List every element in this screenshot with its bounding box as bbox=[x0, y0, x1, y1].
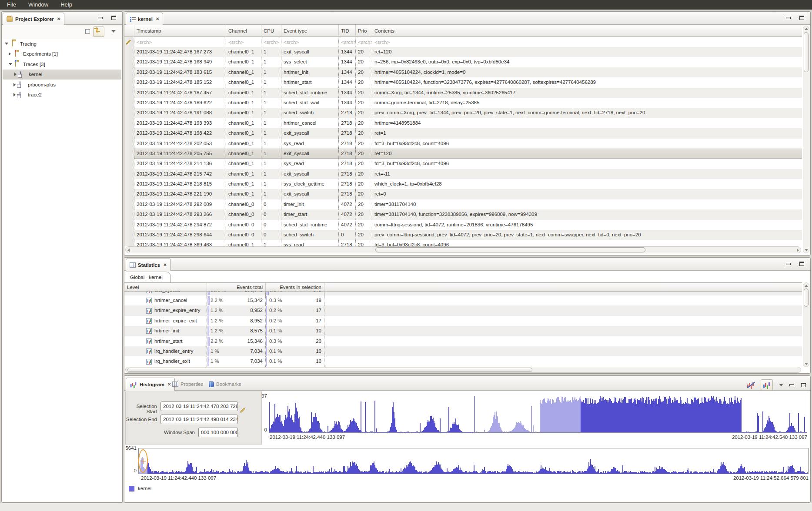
close-icon[interactable]: ✕ bbox=[163, 262, 167, 267]
maximize-icon[interactable] bbox=[799, 262, 804, 266]
column-header-channel[interactable]: Channel bbox=[226, 25, 261, 36]
menu-item[interactable]: Help bbox=[54, 0, 78, 10]
expander-icon[interactable] bbox=[9, 63, 12, 65]
statistics-row[interactable]: irq_handler_exit 1 %7,034 0.1 %10 bbox=[124, 356, 802, 366]
event-row[interactable]: 2012-03-19 11:24:42.478 191 088 channel0… bbox=[124, 108, 802, 118]
menu-item[interactable]: Window bbox=[22, 0, 54, 10]
event-row[interactable]: 2012-03-19 11:24:42.478 187 457 channel0… bbox=[124, 88, 802, 98]
statistics-row[interactable]: hrtimer_init 1.2 %8,575 0.1 %10 bbox=[124, 326, 802, 336]
event-row[interactable]: 2012-03-19 11:24:42.478 218 815 channel0… bbox=[124, 179, 802, 189]
filter-input-contents[interactable]: <srch> bbox=[372, 37, 802, 47]
filter-input-tid[interactable]: <srch> bbox=[339, 37, 356, 47]
event-row[interactable]: 2012-03-19 11:24:42.478 292 009 channel0… bbox=[124, 199, 802, 209]
maximize-icon[interactable] bbox=[801, 383, 806, 387]
expander-icon[interactable] bbox=[14, 73, 17, 76]
tree-item-traces[interactable]: Traces [3] bbox=[2, 59, 122, 69]
view-menu-icon[interactable] bbox=[111, 30, 116, 33]
statistics-vertical-scrollbar[interactable] bbox=[803, 282, 809, 367]
column-header-prio[interactable]: Prio bbox=[356, 25, 372, 36]
tab-project-explorer[interactable]: Project Explorer ✕ bbox=[3, 13, 64, 25]
statistics-row[interactable]: hrtimer_expire_exit 1.2 %8,952 0.2 %17 bbox=[124, 316, 802, 326]
tree-item-trace2[interactable]: trace2 bbox=[2, 90, 122, 100]
tab-bookmarks[interactable]: Bookmarks bbox=[205, 378, 245, 391]
column-header-contents[interactable]: Contents bbox=[372, 25, 802, 36]
tab-statistics[interactable]: Statistics ✕ bbox=[126, 259, 171, 271]
zoom-histogram-chart[interactable] bbox=[269, 396, 807, 433]
tree-item-prboom-plus[interactable]: prboom-plus bbox=[2, 80, 122, 90]
window-span-field[interactable]: 000.100 000 000 bbox=[198, 428, 238, 437]
activate-trace-coloring-button[interactable] bbox=[761, 379, 773, 391]
statistics-row-partial[interactable]: exit_syscall 39.9 %275,743 6.1 %343 bbox=[124, 292, 802, 295]
event-row[interactable]: 2012-03-19 11:24:42.478 167 273 channel0… bbox=[124, 47, 802, 57]
scroll-down-icon[interactable] bbox=[805, 363, 808, 365]
event-row[interactable]: 2012-03-19 11:24:42.478 193 393 channel0… bbox=[124, 118, 802, 128]
scroll-up-icon[interactable] bbox=[805, 28, 808, 30]
scroll-down-icon[interactable] bbox=[805, 249, 808, 251]
link-with-editor-icon[interactable] bbox=[93, 27, 104, 37]
event-row[interactable]: 2012-03-19 11:24:42.478 369 463 channel0… bbox=[124, 240, 802, 246]
selection-end-field[interactable]: 2012-03-19 11:24:42.498 014 234 bbox=[160, 415, 238, 424]
filter-input-channel[interactable]: <srch> bbox=[226, 37, 261, 47]
event-row[interactable]: 2012-03-19 11:24:42.478 214 136 channel0… bbox=[124, 159, 802, 169]
scroll-up-icon[interactable] bbox=[805, 285, 808, 287]
view-menu-icon[interactable] bbox=[779, 384, 783, 386]
menu-item[interactable]: File bbox=[1, 0, 22, 10]
tab-kernel-editor[interactable]: kernel ✕ bbox=[126, 13, 163, 25]
event-row[interactable]: 2012-03-19 11:24:42.478 183 615 channel0… bbox=[124, 67, 802, 77]
statistics-row[interactable]: hrtimer_cancel 2.2 %15,342 0.3 %19 bbox=[124, 295, 802, 305]
column-header-events-in-selection[interactable]: Events in selection bbox=[266, 283, 324, 291]
scroll-right-icon[interactable] bbox=[797, 249, 799, 252]
events-vertical-scrollbar[interactable] bbox=[803, 26, 809, 253]
event-row[interactable]: 2012-03-19 11:24:42.478 293 266 channel0… bbox=[124, 209, 802, 219]
minimize-icon[interactable] bbox=[789, 384, 794, 386]
hide-lost-events-icon[interactable] bbox=[747, 382, 755, 388]
tab-histogram[interactable]: Histogram ✕ bbox=[126, 378, 175, 391]
tree-item-experiments[interactable]: Experiments [1] bbox=[2, 49, 122, 59]
column-header-level[interactable]: Level bbox=[124, 283, 207, 291]
scrollbar-thumb[interactable] bbox=[127, 368, 532, 372]
event-row[interactable]: 2012-03-19 11:24:42.478 185 152 channel0… bbox=[124, 77, 802, 87]
scrollbar-thumb[interactable] bbox=[375, 247, 645, 252]
collapse-all-icon[interactable] bbox=[84, 28, 90, 33]
filter-input-event-type[interactable]: <srch> bbox=[281, 37, 339, 47]
expander-icon[interactable] bbox=[13, 83, 16, 86]
event-row[interactable]: 2012-03-19 11:24:42.478 294 872 channel0… bbox=[124, 220, 802, 230]
column-header-timestamp[interactable]: Timestamp bbox=[134, 25, 226, 36]
close-icon[interactable]: ✕ bbox=[156, 17, 159, 21]
maximize-icon[interactable] bbox=[111, 16, 116, 20]
full-histogram-chart[interactable] bbox=[138, 448, 809, 474]
statistics-horizontal-scrollbar[interactable] bbox=[125, 367, 801, 373]
event-row[interactable]: 2012-03-19 11:24:42.478 221 190 channel0… bbox=[124, 189, 802, 199]
filter-input-prio[interactable]: <srch> bbox=[356, 37, 372, 47]
statistics-row[interactable]: hrtimer_start 2.2 %15,346 0.3 %20 bbox=[124, 336, 802, 346]
statistics-row[interactable]: hrtimer_expire_entry 1.2 %8,952 0.2 %17 bbox=[124, 305, 802, 315]
close-icon[interactable]: ✕ bbox=[57, 17, 60, 21]
event-row[interactable]: 2012-03-19 11:24:42.478 215 742 channel0… bbox=[124, 169, 802, 179]
scrollbar-thumb[interactable] bbox=[804, 289, 809, 307]
tree-item-tracing[interactable]: Tracing bbox=[2, 39, 122, 49]
scroll-left-icon[interactable] bbox=[127, 249, 130, 252]
expander-icon[interactable] bbox=[13, 93, 16, 96]
selection-start-field[interactable]: 2012-03-19 11:24:42.478 203 726 bbox=[160, 402, 238, 411]
scrollbar-thumb[interactable] bbox=[804, 32, 809, 72]
column-header-tid[interactable]: TID bbox=[339, 25, 356, 36]
minimize-icon[interactable] bbox=[786, 263, 791, 265]
events-horizontal-scrollbar[interactable] bbox=[125, 246, 801, 253]
column-header-cpu[interactable]: CPU bbox=[261, 25, 281, 36]
statistics-subtab-global-kernel[interactable]: Global - kernel bbox=[126, 272, 171, 282]
event-row[interactable]: 2012-03-19 11:24:42.478 202 053 channel0… bbox=[124, 139, 802, 149]
statistics-row[interactable]: irq_handler_entry 1 %7,034 0.1 %10 bbox=[124, 346, 802, 356]
tab-properties[interactable]: Properties bbox=[169, 378, 207, 391]
minimize-icon[interactable] bbox=[786, 17, 791, 19]
event-row[interactable]: 2012-03-19 11:24:42.478 198 422 channel0… bbox=[124, 128, 802, 138]
expander-icon[interactable] bbox=[5, 43, 8, 45]
filter-input-timestamp[interactable]: <srch> bbox=[134, 37, 226, 47]
event-row[interactable]: 2012-03-19 11:24:42.478 168 949 channel0… bbox=[124, 57, 802, 67]
event-row[interactable]: 2012-03-19 11:24:42.478 189 622 channel0… bbox=[124, 98, 802, 108]
expander-icon[interactable] bbox=[9, 52, 11, 56]
column-header-events-total[interactable]: Events total bbox=[207, 283, 266, 291]
filter-input-cpu[interactable]: <srch> bbox=[261, 37, 281, 47]
minimize-icon[interactable] bbox=[98, 17, 103, 19]
event-row[interactable]: 2012-03-19 11:24:42.478 205 755 channel0… bbox=[124, 149, 802, 159]
tree-item-kernel[interactable]: kernel bbox=[3, 70, 121, 80]
